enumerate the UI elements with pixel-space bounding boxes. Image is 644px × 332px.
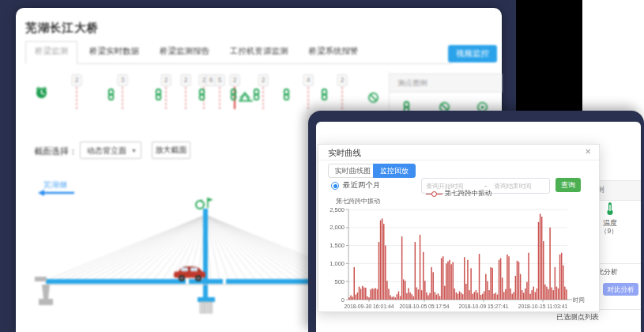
bar (400, 296, 401, 300)
bar (398, 292, 400, 300)
bar (529, 294, 531, 300)
bar (403, 279, 405, 300)
bar (388, 289, 390, 300)
bar (408, 288, 409, 300)
sensor-count-badge: 2 (337, 74, 348, 86)
bar (461, 292, 462, 300)
tab-bridge-system-alarm[interactable]: 桥梁系统报警 (309, 42, 359, 63)
temperature-icon[interactable] (605, 202, 615, 216)
sensor-count-badge: 2 (258, 74, 269, 86)
video-monitor-button[interactable]: 视频监控 (448, 45, 497, 62)
bar (523, 292, 525, 300)
dialog-title: 实时曲线 (328, 148, 361, 159)
bar (546, 287, 548, 300)
sensor-drop-line (342, 87, 343, 109)
svg-text:2,500: 2,500 (330, 206, 345, 213)
bar (561, 253, 563, 300)
tower-pile-group (200, 302, 213, 313)
selected-points-list-label: 已选测点列表 (556, 312, 599, 323)
bar (538, 222, 540, 300)
tab-bridge-realtime-data[interactable]: 桥梁实时数据 (89, 42, 139, 63)
sensor-drop-line (308, 87, 309, 109)
bar (406, 293, 408, 300)
bell-icon[interactable] (35, 85, 48, 99)
bar (371, 289, 373, 300)
bar (367, 296, 368, 300)
tab-monitor-playback[interactable]: 监控回放 (373, 164, 416, 178)
sensor-count-badge: 2 (161, 74, 171, 86)
link-icon[interactable] (318, 89, 330, 100)
svg-text:2,000: 2,000 (330, 224, 345, 231)
bar (480, 295, 482, 300)
bar (541, 217, 543, 300)
bar (454, 289, 456, 300)
bar (484, 292, 485, 300)
bar (386, 281, 388, 300)
tab-bridge-report[interactable]: 桥梁监测报告 (160, 42, 209, 63)
link-icon[interactable] (105, 89, 117, 100)
link-icon[interactable] (196, 89, 208, 100)
bar (359, 287, 360, 300)
bar (395, 297, 397, 300)
close-icon[interactable]: × (585, 146, 591, 157)
bar (558, 289, 559, 300)
tab-ipc-resource-monitoring[interactable]: 工控机资源监测 (230, 42, 288, 63)
bar (424, 281, 426, 300)
bar (537, 289, 538, 300)
bar (462, 294, 464, 300)
link-icon[interactable] (281, 89, 292, 100)
sensor-drop-line (166, 87, 167, 109)
bar (511, 294, 513, 300)
bar (382, 218, 383, 300)
bar (518, 262, 520, 300)
compare-analysis-button[interactable]: 对比分析 (603, 283, 638, 296)
bar (391, 297, 393, 300)
tab-realtime-curve[interactable]: 实时曲线图 (328, 164, 378, 178)
bar (405, 281, 406, 300)
bar (474, 292, 476, 300)
bar (564, 287, 566, 300)
bar (447, 262, 449, 300)
svg-text:第七跨跨中振动: 第七跨跨中振动 (336, 198, 380, 205)
temperature-count: （9） (601, 227, 618, 236)
tab-bridge-monitoring[interactable]: 桥梁监测 (25, 41, 77, 64)
svg-text:2018-10-05 05:17:54: 2018-10-05 05:17:54 (399, 304, 449, 309)
section-dropdown[interactable]: 动态背立面 ▼ (80, 141, 141, 159)
legend-panel-header: 测点图例 (390, 74, 502, 92)
bar (543, 241, 544, 300)
bar (450, 264, 452, 300)
front-window-content: 测点图例 温度 （9） 对比分析 对比分析 已选测点列表 实时曲线 × 实时曲线… (316, 122, 641, 332)
sensor-count-badge: 4 (303, 74, 314, 86)
sensor-count-badge: 2 (230, 74, 240, 86)
bar (548, 289, 549, 300)
sensor-drop-line (122, 87, 123, 109)
bar (352, 296, 353, 300)
bar (375, 288, 377, 300)
bar (378, 242, 380, 300)
vibration-bar-chart: 05001,0001,5002,0002,5002018-09-30 16:01… (318, 195, 599, 311)
link-icon[interactable] (250, 89, 262, 100)
bar (363, 288, 365, 300)
bar (482, 294, 484, 300)
block-icon[interactable] (367, 92, 379, 104)
bar (507, 255, 508, 300)
bar (551, 288, 552, 300)
bar (477, 292, 479, 300)
tower-top-sensor-icons (196, 198, 213, 209)
bar (559, 255, 561, 300)
bar (390, 296, 391, 300)
bar (508, 256, 510, 300)
bar (412, 296, 414, 300)
bar (421, 290, 423, 300)
bar (472, 294, 473, 300)
bar (459, 292, 461, 300)
link-icon[interactable] (153, 89, 164, 100)
realtime-curve-dialog: 实时曲线 × 实时曲线图 监控回放 最近两个月 查询开始时间 - 查询结束时间 … (318, 144, 600, 312)
bar (503, 292, 505, 300)
bar (488, 290, 490, 300)
bar (444, 286, 446, 300)
bar (495, 292, 497, 300)
bar (350, 296, 352, 300)
enlarge-section-button[interactable]: 放大截面 (152, 141, 190, 159)
bar (465, 284, 467, 300)
